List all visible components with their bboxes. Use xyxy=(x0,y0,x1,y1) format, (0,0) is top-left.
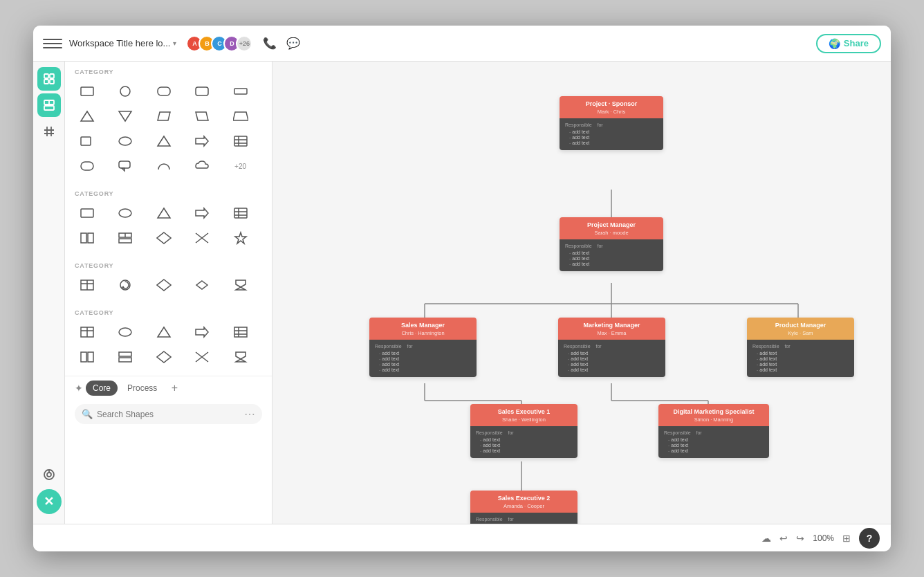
undo-icon[interactable]: ↩ xyxy=(779,533,788,544)
menu-button[interactable] xyxy=(43,34,62,53)
shape-plus-20[interactable]: +20 xyxy=(228,156,253,176)
shape-c2-rect[interactable] xyxy=(75,203,100,223)
shape-circle[interactable] xyxy=(113,81,138,102)
shape-c2-x[interactable] xyxy=(190,228,214,248)
phone-icon[interactable]: 📞 xyxy=(262,36,277,51)
redo-icon[interactable]: ↪ xyxy=(796,533,804,544)
category-label-2: CATEGORY xyxy=(75,190,262,197)
diagram-tool-button[interactable] xyxy=(37,463,61,486)
shape-arrow-right[interactable] xyxy=(190,131,214,152)
help-button[interactable]: ? xyxy=(859,528,880,549)
shape-triangle2[interactable] xyxy=(151,131,176,152)
shape-c3-hourglass[interactable] xyxy=(228,275,253,295)
node-sales-executive-1[interactable]: Sales Executive 1 Shane · Wellington Res… xyxy=(470,404,578,458)
node-row-item: add text xyxy=(564,367,660,372)
shape-c3-diamond2[interactable] xyxy=(190,275,214,295)
shape-c2-tri[interactable] xyxy=(151,203,176,223)
shape-cloud[interactable] xyxy=(190,156,214,176)
node-row-item: add text xyxy=(476,443,572,448)
shape-grid-3 xyxy=(75,275,262,295)
node-sales-manager[interactable]: Sales Manager Chris · Hannington Respons… xyxy=(369,318,477,377)
shape-c4-grid2[interactable] xyxy=(113,347,138,367)
shape-rect-small[interactable] xyxy=(75,131,100,152)
shape-c2-arrow[interactable] xyxy=(190,203,214,223)
workspace-title[interactable]: Workspace Title here lo... ▾ xyxy=(69,38,176,48)
shape-c4-hourglass[interactable] xyxy=(228,347,253,367)
shape-c2-grid[interactable] xyxy=(75,228,100,248)
zoom-level: 100% xyxy=(813,533,834,543)
shape-category-2: CATEGORY xyxy=(65,183,272,255)
grid-tool-button[interactable] xyxy=(37,67,61,91)
shape-c2-oval[interactable] xyxy=(113,203,138,223)
shape-trapezoid[interactable] xyxy=(228,106,253,127)
tab-process[interactable]: Process xyxy=(120,381,164,396)
node-project-manager[interactable]: Project Manager Sarah · moode Responsibl… xyxy=(560,217,663,271)
node-digital-marketing[interactable]: Digital Marketing Specialist Simon · Man… xyxy=(658,404,769,458)
shape-c4-diamond[interactable] xyxy=(151,347,176,367)
node-project-sponsor[interactable]: Project · Sponsor Mark · Chris Responsib… xyxy=(560,96,663,150)
canvas[interactable]: Project · Sponsor Mark · Chris Responsib… xyxy=(272,62,891,524)
svg-marker-77 xyxy=(236,352,246,362)
svg-rect-44 xyxy=(88,233,93,243)
node-row-item: add text xyxy=(375,362,471,367)
shape-rounded-rect2[interactable] xyxy=(190,81,214,102)
shape-rounded-rect[interactable] xyxy=(151,81,176,102)
category-label-1: CATEGORY xyxy=(75,68,262,75)
shape-category-3: CATEGORY xyxy=(65,255,272,302)
grid-view-icon[interactable]: ⊞ xyxy=(842,533,851,544)
search-input[interactable] xyxy=(97,410,236,419)
node-marketing-manager[interactable]: Marketing Manager Max · Emma Responsible… xyxy=(558,318,665,377)
shape-c3-table[interactable] xyxy=(75,275,100,295)
shape-c4-grid[interactable] xyxy=(75,347,100,367)
grid2-tool-button[interactable] xyxy=(37,93,61,117)
node-row-item: add text xyxy=(564,362,660,367)
node-title: Sales Executive 2 xyxy=(476,495,572,503)
shape-c4-x[interactable] xyxy=(190,347,214,367)
shape-rect-wide[interactable] xyxy=(228,81,253,102)
svg-rect-14 xyxy=(81,87,93,95)
chat-icon[interactable]: 💬 xyxy=(286,36,301,51)
shape-half-circle[interactable] xyxy=(151,156,176,176)
shape-parallelogram2[interactable] xyxy=(190,106,214,127)
shape-c2-grid2[interactable] xyxy=(113,228,138,248)
node-subtitle: Mark · Chris xyxy=(565,109,658,115)
shape-rounded-rect3[interactable] xyxy=(75,156,100,176)
node-header: Project · Sponsor Mark · Chris xyxy=(560,96,663,118)
shape-c3-circle-arrow[interactable] xyxy=(113,275,138,295)
node-row-item: add text xyxy=(664,448,764,453)
shape-c4-arrow[interactable] xyxy=(190,322,214,342)
shape-triangle[interactable] xyxy=(75,106,100,127)
shape-c4-tri[interactable] xyxy=(151,322,176,342)
shape-down-triangle[interactable] xyxy=(113,106,138,127)
shape-c2-diamond[interactable] xyxy=(151,228,176,248)
shape-c4-oval[interactable] xyxy=(113,322,138,342)
node-product-manager[interactable]: Product Manager Kyle · Sam Responsiblefo… xyxy=(747,318,854,377)
shape-parallelogram[interactable] xyxy=(151,106,176,127)
shape-c2-table[interactable] xyxy=(228,203,253,223)
shape-speech-bubble[interactable] xyxy=(113,156,138,176)
shape-table[interactable] xyxy=(228,131,253,152)
search-options-icon[interactable]: ⋯ xyxy=(244,407,255,421)
search-bar[interactable]: 🔍 ⋯ xyxy=(75,404,262,424)
shape-oval[interactable] xyxy=(113,131,138,152)
shape-c4-table[interactable] xyxy=(75,322,100,342)
node-row-item: add text xyxy=(476,448,572,453)
node-sales-executive-2[interactable]: Sales Executive 2 Amanda · Cooper Respon… xyxy=(470,491,578,524)
shape-rectangle[interactable] xyxy=(75,81,100,102)
hashtag-tool-button[interactable] xyxy=(37,120,61,143)
shape-c2-x2[interactable] xyxy=(228,228,253,248)
svg-marker-26 xyxy=(158,136,170,146)
tab-add-button[interactable]: + xyxy=(167,381,182,396)
svg-rect-35 xyxy=(81,209,93,217)
svg-rect-28 xyxy=(234,136,247,146)
cloud-icon[interactable]: ☁ xyxy=(761,533,771,544)
shape-c4-table2[interactable] xyxy=(228,322,253,342)
share-button[interactable]: 🌍 Share xyxy=(816,34,881,53)
shape-c3-diamond[interactable] xyxy=(151,275,176,295)
svg-marker-20 xyxy=(119,111,131,121)
tab-core[interactable]: Core xyxy=(86,381,118,396)
main-content: ✕ CATEGORY xyxy=(33,62,891,524)
node-body: Responsiblefor add text add text add tex… xyxy=(658,426,769,458)
close-panel-button[interactable]: ✕ xyxy=(37,489,62,514)
star-icon[interactable]: ✦ xyxy=(75,383,83,394)
